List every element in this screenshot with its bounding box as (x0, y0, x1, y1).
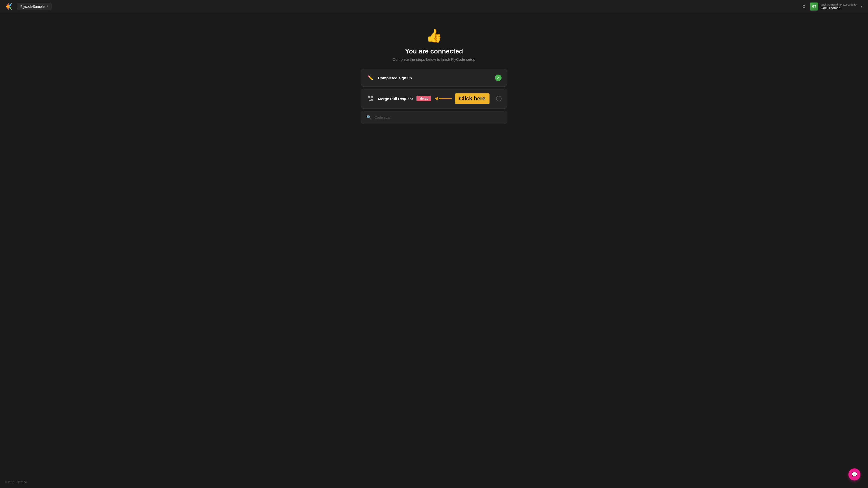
user-details: gael.thomas@herewecode.io Gaël Thomas (820, 3, 857, 10)
step-merge-pr: Merge Pull Request Merge Click here (361, 89, 507, 109)
arrow-line (439, 98, 452, 99)
step-completed-check: ✓ (495, 74, 502, 81)
header-left: FlycodeSample ⬍ (5, 2, 52, 11)
user-email: gael.thomas@herewecode.io (820, 3, 857, 6)
pencil-icon: ✏️ (366, 74, 374, 82)
avatar: GT (810, 2, 818, 10)
main-content: 👍 You are connected Complete the steps b… (0, 13, 868, 477)
copyright-text: © 2021 FlyCode (5, 481, 27, 484)
chat-icon: 💬 (852, 472, 857, 477)
git-merge-icon (366, 95, 374, 103)
step-sign-up-left: ✏️ Completed sign up (366, 74, 412, 82)
step-merge-label: Merge Pull Request (378, 97, 413, 101)
click-here-label[interactable]: Click here (455, 93, 490, 104)
chat-fab-button[interactable]: 💬 (848, 468, 861, 481)
svg-point-5 (371, 99, 373, 101)
logo[interactable] (5, 2, 14, 11)
svg-point-6 (371, 96, 373, 98)
step-pending-radio (496, 96, 502, 101)
user-name: Gaël Thomas (820, 6, 857, 10)
arrow-container (435, 97, 452, 101)
step-code-scan: 🔍 Code scan (361, 111, 507, 124)
flycode-logo-icon (5, 2, 14, 11)
steps-container: ✏️ Completed sign up ✓ (361, 69, 507, 124)
merge-step-right (496, 96, 502, 101)
settings-icon: ⚙ (802, 4, 806, 9)
user-dropdown-arrow: ▼ (860, 5, 863, 8)
header-right: ⚙ GT gael.thomas@herewecode.io Gaël Thom… (802, 2, 863, 10)
project-name: FlycodeSample (20, 4, 45, 8)
user-menu[interactable]: GT gael.thomas@herewecode.io Gaël Thomas… (810, 2, 863, 10)
connected-subtitle: Complete the steps below to finish FlyCo… (393, 57, 475, 62)
step-sign-up: ✏️ Completed sign up ✓ (361, 69, 507, 87)
avatar-image: GT (810, 2, 818, 10)
merge-step-left: Merge Pull Request Merge Click here (366, 93, 490, 104)
chevron-icon: ⬍ (46, 5, 48, 8)
merge-button[interactable]: Merge (416, 96, 431, 102)
thumbs-up-emoji: 👍 (426, 28, 442, 43)
arrow-head-icon (435, 97, 438, 101)
svg-point-4 (368, 96, 370, 98)
step-sign-up-label: Completed sign up (378, 76, 412, 80)
hero-section: 👍 You are connected Complete the steps b… (393, 28, 475, 62)
search-icon: 🔍 (366, 115, 371, 120)
settings-button[interactable]: ⚙ (802, 4, 806, 9)
project-selector[interactable]: FlycodeSample ⬍ (17, 3, 52, 10)
code-scan-placeholder: Code scan (374, 116, 391, 120)
avatar-initials: GT (812, 5, 816, 8)
step-sign-up-right: ✓ (495, 74, 502, 81)
app-header: FlycodeSample ⬍ ⚙ GT gael.thomas@herewec… (0, 0, 868, 13)
connected-title: You are connected (405, 47, 463, 55)
footer: © 2021 FlyCode (0, 477, 868, 488)
